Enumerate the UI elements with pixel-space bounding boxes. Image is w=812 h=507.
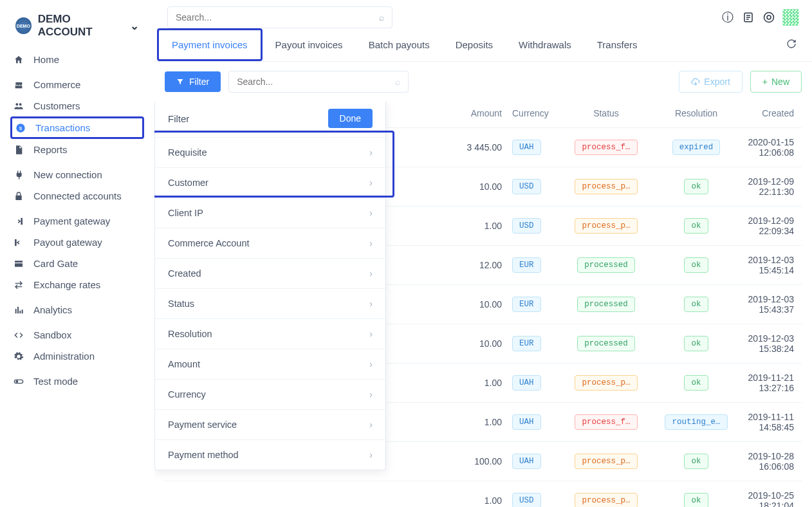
nav-administration[interactable]: Administration	[0, 346, 154, 367]
docs-icon[interactable]	[741, 10, 755, 24]
filter-item-requisite[interactable]: Requisite›	[155, 137, 385, 167]
home-icon	[13, 55, 24, 65]
cell-created: 2019-12-09 22:09:34	[741, 216, 802, 236]
account-badge-icon: DEMO	[15, 17, 32, 34]
refresh-button[interactable]	[773, 30, 809, 60]
tab-transfers[interactable]: Transfers	[584, 30, 651, 59]
cell-created: 2019-12-03 15:45:14	[741, 255, 802, 275]
nav-test-mode[interactable]: Test mode	[0, 371, 154, 392]
filter-item-label: Resolution	[168, 329, 212, 339]
table-row[interactable]: 1.00USDprocess_p…ok2019-10-25 18:21:04	[165, 481, 802, 507]
currency-badge: EUR	[512, 336, 541, 351]
nav-exchange-rates[interactable]: Exchange rates	[0, 274, 154, 295]
cell-amount: 100.00	[448, 456, 512, 466]
new-button[interactable]: + New	[750, 71, 802, 93]
filter-button[interactable]: Filter	[165, 71, 221, 92]
filter-item-customer[interactable]: Customer›	[155, 167, 385, 198]
tab-batch-payouts[interactable]: Batch payouts	[356, 30, 443, 59]
chevron-right-icon: ›	[369, 450, 373, 460]
new-button-label: New	[771, 77, 789, 87]
nav-reports[interactable]: Reports	[0, 139, 154, 160]
chevron-right-icon: ›	[369, 178, 373, 188]
cell-amount: 10.00	[448, 338, 512, 349]
chevron-right-icon: ›	[369, 268, 373, 279]
filter-item-resolution[interactable]: Resolution›	[155, 318, 385, 349]
table-search[interactable]: ⌕	[228, 71, 409, 93]
tab-payment-invoices[interactable]: Payment invoices	[157, 28, 263, 61]
help-icon[interactable]	[762, 10, 776, 24]
arrow-in-icon	[13, 216, 24, 226]
nav-transactions[interactable]: $ Transactions	[12, 118, 142, 137]
tab-label: Deposits	[456, 39, 493, 50]
filter-item-amount[interactable]: Amount›	[155, 349, 385, 379]
status-badge: processed	[577, 257, 635, 273]
cell-amount: 3 445.00	[448, 142, 512, 152]
currency-badge: USD	[512, 493, 541, 507]
nav-label: Commerce	[33, 79, 80, 90]
nav-payout-gateway[interactable]: Payout gateway	[0, 232, 154, 253]
status-badge: processed	[577, 336, 635, 351]
filter-item-label: Commerce Account	[168, 238, 250, 248]
nav-payment-gateway[interactable]: Payment gateway	[0, 210, 154, 232]
filter-item-label: Created	[168, 268, 201, 279]
nav-card-gate[interactable]: Card Gate	[0, 253, 154, 274]
currency-badge: UAH	[512, 414, 541, 430]
filter-item-payment-service[interactable]: Payment service›	[155, 409, 385, 439]
chevron-right-icon: ›	[369, 389, 373, 400]
filter-item-label: Payment method	[168, 450, 239, 460]
store-icon	[13, 80, 24, 90]
filter-item-created[interactable]: Created›	[155, 258, 385, 288]
info-icon[interactable]: ⓘ	[721, 10, 735, 24]
resolution-badge: ok	[684, 179, 708, 194]
nav-sandbox[interactable]: Sandbox	[0, 324, 154, 346]
svg-point-8	[764, 13, 774, 23]
account-switcher[interactable]: DEMO DEMO ACCOUNT ⌄	[0, 6, 154, 49]
chevron-right-icon: ›	[369, 208, 373, 218]
export-button-label: Export	[704, 77, 730, 87]
toolbar: Filter ⌕ Export + New	[154, 62, 812, 102]
global-search-input[interactable]	[176, 12, 379, 23]
currency-badge: UAH	[512, 140, 541, 155]
global-search[interactable]: ⌕	[167, 6, 392, 28]
nav-commerce[interactable]: Commerce	[0, 74, 154, 95]
exchange-icon	[13, 280, 24, 290]
arrow-out-icon	[13, 237, 24, 248]
nav-label: Payment gateway	[33, 216, 110, 226]
status-badge: process_p…	[575, 218, 637, 234]
nav-label: Analytics	[33, 304, 72, 315]
account-name: DEMO ACCOUNT	[38, 13, 124, 39]
status-badge: processed	[577, 297, 635, 312]
status-badge: process_f…	[575, 414, 637, 430]
tab-payout-invoices[interactable]: Payout invoices	[263, 30, 356, 59]
resolution-badge: expired	[672, 140, 721, 155]
plug-icon	[13, 170, 24, 180]
col-status: Status	[561, 108, 651, 118]
status-badge: process_p…	[575, 493, 637, 507]
app-grid-icon[interactable]	[782, 9, 799, 26]
cloud-download-icon	[691, 77, 700, 86]
filter-button-label: Filter	[189, 77, 209, 87]
table-search-input[interactable]	[237, 77, 395, 87]
cell-created: 2019-12-09 22:11:30	[741, 176, 802, 197]
dollar-circle-icon: $	[15, 123, 26, 133]
filter-item-status[interactable]: Status›	[155, 288, 385, 318]
filter-done-button[interactable]: Done	[328, 109, 373, 128]
svg-point-9	[767, 15, 771, 19]
nav-label: Connected accounts	[33, 190, 122, 201]
status-badge: process_p…	[575, 375, 637, 391]
filter-item-currency[interactable]: Currency›	[155, 379, 385, 409]
nav-analytics[interactable]: Analytics	[0, 299, 154, 320]
resolution-badge: ok	[684, 454, 708, 469]
done-button-label: Done	[340, 113, 361, 124]
nav-label: Payout gateway	[33, 237, 102, 248]
filter-item-client-ip[interactable]: Client IP›	[155, 198, 385, 228]
tab-deposits[interactable]: Deposits	[443, 30, 506, 59]
nav-customers[interactable]: Customers	[0, 95, 154, 116]
nav-connected-accounts[interactable]: Connected accounts	[0, 185, 154, 207]
filter-item-commerce-account[interactable]: Commerce Account›	[155, 228, 385, 258]
nav-home[interactable]: Home	[0, 49, 154, 70]
filter-item-payment-method[interactable]: Payment method›	[155, 439, 385, 470]
export-button[interactable]: Export	[679, 71, 742, 93]
tab-withdrawals[interactable]: Withdrawals	[506, 30, 584, 59]
nav-new-connection[interactable]: New connection	[0, 164, 154, 185]
